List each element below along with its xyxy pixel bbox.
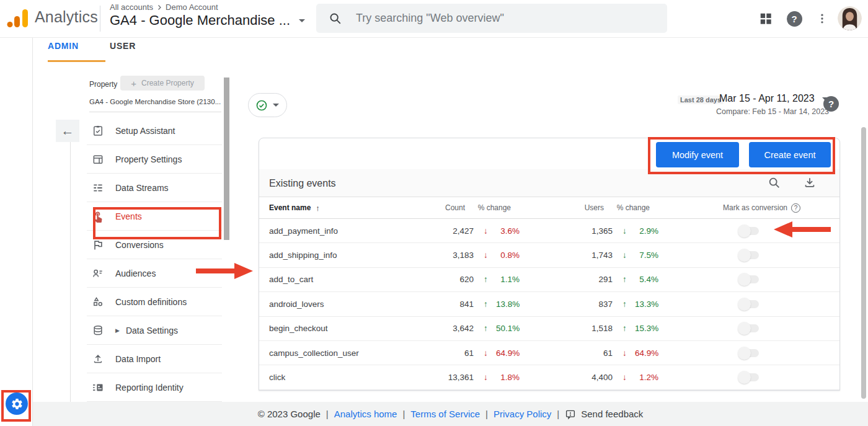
date-range-picker[interactable]: Mar 15 - Apr 11, 2023 — [719, 93, 828, 104]
tab-admin[interactable]: ADMIN — [48, 41, 79, 51]
trend-arrow-icon: ↑ — [484, 300, 496, 309]
custom-definitions-icon — [92, 296, 104, 308]
reporting-identity-icon — [92, 381, 104, 394]
selected-property[interactable]: GA4 - Google Merchandise Store (2130... — [89, 98, 222, 105]
menu-item-label: Data Settings — [126, 326, 178, 335]
help-outline-icon[interactable]: ? — [791, 203, 800, 213]
analytics-logo-icon[interactable] — [5, 6, 30, 30]
help-icon[interactable]: ? — [783, 7, 805, 30]
create-event-button[interactable]: Create event — [749, 142, 831, 167]
breadcrumb-all-accounts[interactable]: All accounts — [110, 2, 153, 12]
menu-item-reporting-identity[interactable]: Reporting Identity — [87, 373, 222, 402]
event-name: campus_collection_user — [269, 348, 414, 358]
terms-of-service-link[interactable]: Terms of Service — [410, 409, 480, 419]
tab-user[interactable]: USER — [110, 41, 136, 51]
trend-arrow-icon: ↑ — [622, 300, 635, 309]
chevron-right-icon — [156, 4, 163, 11]
count-change: ↓64.9% — [474, 348, 520, 358]
trend-arrow-icon: ↑ — [622, 275, 635, 284]
column-users-change[interactable]: % change — [613, 203, 658, 212]
count-change: ↑50.1% — [474, 324, 520, 333]
column-event-name[interactable]: Event name ↑ — [269, 203, 414, 213]
admin-gear-icon[interactable] — [6, 393, 28, 415]
table-row: add_payment_info 2,427 ↓3.6% 1,365 ↓2.9% — [259, 219, 839, 243]
table-row: campus_collection_user 61 ↓64.9% 61 ↓64.… — [259, 341, 839, 365]
trend-arrow-icon: ↓ — [484, 373, 496, 382]
menu-connector-line — [70, 142, 71, 403]
mark-conversion-toggle[interactable] — [740, 300, 759, 308]
data-streams-icon — [92, 182, 104, 194]
event-users: 4,400 — [520, 373, 613, 382]
event-count: 3,642 — [414, 324, 474, 333]
event-name: click — [269, 373, 414, 382]
more-options-icon[interactable] — [811, 7, 833, 30]
event-count: 620 — [414, 275, 474, 284]
chevron-down-icon — [273, 104, 279, 107]
event-name: begin_checkout — [269, 324, 414, 333]
event-count: 2,427 — [414, 226, 474, 236]
menu-item-data-streams[interactable]: Data Streams — [87, 174, 222, 202]
menu-item-property-settings[interactable]: Property Settings — [87, 145, 222, 174]
search-bar[interactable] — [316, 4, 667, 33]
avatar[interactable] — [838, 6, 862, 30]
column-users[interactable]: Users — [520, 203, 613, 212]
event-users: 291 — [520, 275, 613, 284]
send-feedback[interactable]: Send feedback — [565, 409, 643, 420]
plus-icon: + — [131, 78, 136, 89]
trend-arrow-icon: ↓ — [622, 251, 635, 260]
footer: © 2023 Google | Analytics home | Terms o… — [33, 402, 868, 426]
users-change: ↓7.5% — [613, 251, 658, 260]
analytics-home-link[interactable]: Analytics home — [334, 409, 397, 419]
menu-item-custom-definitions[interactable]: Custom definitions — [87, 288, 222, 316]
mark-conversion-toggle[interactable] — [740, 349, 759, 357]
modify-event-button[interactable]: Modify event — [656, 142, 739, 167]
menu-item-label: Conversions — [115, 240, 164, 250]
back-button[interactable]: ← — [56, 120, 79, 142]
mark-conversion-toggle[interactable] — [740, 373, 759, 381]
menu-item-conversions[interactable]: Conversions — [87, 231, 222, 259]
panel-scrollbar[interactable] — [224, 78, 229, 240]
property-title-text: GA4 - Google Merchandise ... — [110, 12, 290, 29]
column-count[interactable]: Count — [414, 203, 474, 212]
menu-item-data-import[interactable]: Data Import — [87, 345, 222, 373]
menu-item-audiences[interactable]: Audiences — [87, 259, 222, 288]
mark-conversion-toggle[interactable] — [740, 324, 759, 332]
column-count-change[interactable]: % change — [474, 203, 520, 212]
menu-item-label: Data Import — [115, 354, 161, 364]
data-settings-icon — [92, 324, 104, 337]
mark-conversion-toggle[interactable] — [740, 227, 759, 235]
menu-item-setup-assistant[interactable]: Setup Assistant — [87, 117, 222, 145]
event-name: add_to_cart — [269, 275, 414, 284]
property-selector[interactable]: GA4 - Google Merchandise ... — [110, 12, 305, 29]
mark-conversion-toggle[interactable] — [740, 251, 759, 259]
menu-item-label: Audiences — [115, 268, 156, 278]
apps-grid-icon[interactable] — [755, 7, 777, 30]
menu-item-events[interactable]: Events — [87, 202, 222, 231]
trend-arrow-icon: ↓ — [484, 348, 496, 358]
table-row: click 13,361 ↓1.8% 4,400 ↓1.2% — [259, 365, 839, 389]
header-divider — [100, 6, 100, 32]
page-scrollbar[interactable] — [861, 127, 866, 399]
event-users: 1,518 — [520, 324, 613, 333]
check-circle-icon — [255, 99, 268, 112]
date-help-icon[interactable]: ? — [823, 96, 839, 112]
filter-chip[interactable] — [248, 93, 287, 117]
copyright: © 2023 Google — [258, 409, 321, 419]
mark-conversion-toggle[interactable] — [740, 275, 759, 283]
trend-arrow-icon: ↓ — [484, 226, 496, 236]
event-count: 13,361 — [414, 373, 474, 382]
nav-rail — [0, 38, 33, 426]
count-change: ↓1.8% — [474, 373, 520, 382]
app-name: Analytics — [35, 8, 98, 26]
tab-active-underline — [48, 60, 105, 62]
top-bar: Analytics All accounts Demo Account GA4 … — [0, 0, 868, 38]
search-input[interactable] — [356, 12, 629, 25]
events-icon — [92, 210, 104, 223]
menu-item-data-settings[interactable]: ▶ Data Settings — [87, 316, 222, 345]
privacy-policy-link[interactable]: Privacy Policy — [494, 409, 551, 419]
table-search-icon[interactable] — [768, 176, 781, 190]
trend-arrow-icon: ↓ — [622, 373, 635, 382]
breadcrumb-demo-account[interactable]: Demo Account — [166, 2, 218, 12]
create-property-button[interactable]: + Create Property — [120, 76, 205, 91]
download-icon[interactable] — [803, 176, 817, 190]
